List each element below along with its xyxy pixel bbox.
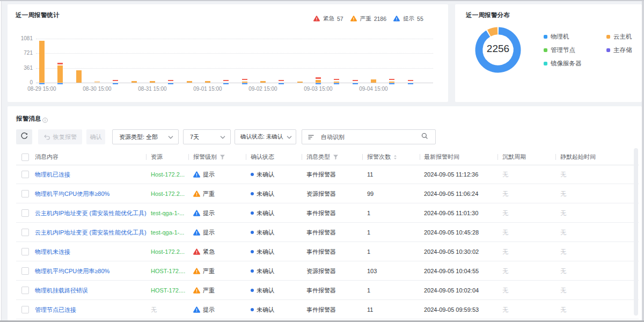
stats-legend-label: 提示 [403, 15, 414, 23]
row-checkbox[interactable] [21, 190, 29, 197]
cell-count: 99 [367, 184, 374, 203]
stats-legend-item[interactable]: 严重2186 [350, 15, 386, 23]
select-all-checkbox[interactable] [21, 153, 29, 161]
time-range-select[interactable]: 7天 [183, 129, 231, 144]
resource-link[interactable]: test-qga-1-... [151, 229, 184, 236]
resource-link[interactable]: Host-172.2... [151, 248, 185, 255]
column-separator [246, 154, 246, 160]
info-icon[interactable] [42, 115, 48, 125]
confirm-label: 确认 [90, 133, 102, 141]
cell-silence: 无 [502, 165, 508, 184]
filter-funnel-icon[interactable] [333, 154, 339, 160]
cell-status: 未确认 [251, 242, 274, 261]
x-axis-tick-label: 08-31 15:00 [131, 86, 174, 92]
message-link[interactable]: 物理机未连接 [35, 248, 70, 256]
column-separator [302, 154, 302, 160]
row-checkbox[interactable] [21, 209, 29, 217]
stats-legend-label: 紧急 [323, 15, 334, 23]
resource-link[interactable]: HOST-172.... [151, 268, 185, 274]
ack-status-select[interactable]: 确认状态: 未确认 [235, 129, 296, 144]
resource-type-select[interactable]: 资源类型: 全部 [112, 129, 179, 144]
donut-total-value: 2256 [474, 43, 522, 55]
column-header[interactable]: 消息类型 [306, 149, 339, 165]
bar-segment-urgent [389, 79, 394, 80]
alert-messages-card: 报警消息 恢复报警 确认 资源类型: 全部 7天 确认状态: 未确认 [8, 106, 642, 320]
sort-carets-icon[interactable] [393, 155, 397, 160]
cell-type: 事件报警器 [306, 281, 336, 300]
column-header[interactable]: 资源 [151, 149, 163, 165]
resource-link[interactable]: test-qga-1-... [151, 210, 184, 216]
column-header[interactable]: 报警次数 [367, 149, 397, 165]
distribution-legend-item[interactable]: 管理节点 [544, 46, 575, 54]
confirm-button[interactable]: 确认 [86, 129, 105, 144]
message-link[interactable]: 物理机已连接 [35, 171, 70, 179]
refresh-button[interactable] [16, 129, 32, 144]
stats-legend-item[interactable]: 提示55 [393, 15, 423, 23]
refresh-icon [20, 132, 28, 142]
stats-legend-value: 2186 [374, 16, 386, 22]
vertical-scrollbar[interactable] [634, 148, 638, 316]
resource-link[interactable]: Host-172.2... [151, 171, 185, 178]
distribution-legend-item[interactable]: 云主机 [606, 33, 632, 41]
column-header[interactable]: 确认状态 [251, 149, 274, 165]
restore-alert-label: 恢复报警 [53, 133, 77, 141]
message-link[interactable]: 物理机平均CPU使用率≥80% [35, 190, 109, 198]
bar-segment-info [168, 83, 173, 85]
distribution-legend-item[interactable]: 主存储 [606, 46, 632, 54]
message-link[interactable]: 云主机内IP地址变更 (需安装性能优化工具) [35, 229, 147, 237]
cell-level: 严重 [193, 281, 215, 300]
x-axis-tick-label: 09-02 15:00 [241, 86, 284, 92]
dist-card-title: 近一周报警分布 [466, 11, 510, 19]
status-text: 未确认 [257, 209, 274, 217]
cell-type: 事件报警器 [306, 203, 336, 223]
message-link[interactable]: 管理节点已连接 [35, 306, 76, 314]
table-row: 物理机平均CPU使用率≥80%HOST-172....严重未确认资源报警器103… [8, 261, 642, 281]
row-checkbox[interactable] [21, 248, 29, 255]
stats-legend-label: 严重 [360, 15, 371, 23]
distribution-legend-item[interactable]: 物理机 [544, 33, 569, 41]
alert-level-text: 严重 [203, 190, 215, 198]
column-header-label: 消息内容 [35, 153, 58, 161]
resource-link[interactable]: HOST-172.... [151, 287, 185, 294]
message-link[interactable]: 物理机挂载路径错误 [35, 287, 88, 295]
cell-count: 1 [367, 281, 370, 300]
x-axis-line [36, 83, 433, 83]
cell-time: 2024-09-05 10:30:02 [424, 242, 479, 261]
alert-level-info-icon [193, 229, 200, 236]
cell-silence: 无 [502, 203, 508, 223]
row-checkbox[interactable] [21, 267, 29, 275]
column-header[interactable]: 消息内容 [35, 149, 58, 165]
distribution-legend-item[interactable]: 镜像服务器 [544, 60, 582, 68]
column-separator [146, 154, 147, 160]
cell-silence: 无 [502, 281, 508, 300]
restore-alert-button[interactable]: 恢复报警 [38, 129, 82, 144]
cell-resource: Host-172.2... [151, 165, 185, 184]
filter-funnel-icon[interactable] [219, 154, 225, 160]
table-row: 物理机挂载路径错误HOST-172....严重未确认事件报警器12024-09-… [8, 281, 642, 300]
column-header[interactable]: 沉默周期 [502, 149, 526, 165]
weekly-alert-stats-card: 近一周报警统计 紧急57严重2186提示55 0361721108108-29 … [8, 4, 448, 102]
resource-link[interactable]: Host-172.2... [151, 191, 185, 197]
row-checkbox[interactable] [21, 287, 29, 294]
column-header[interactable]: 静默起始时间 [560, 149, 596, 165]
cell-count: 103 [367, 261, 377, 281]
cell-silence-start: 无 [560, 281, 566, 300]
cell-message: 物理机挂载路径错误 [35, 281, 88, 300]
column-header[interactable]: 最新报警时间 [424, 149, 459, 165]
cell-message: 物理机平均CPU使用率≥80% [35, 184, 109, 203]
column-separator [188, 154, 189, 160]
message-link[interactable]: 物理机平均CPU使用率≥80% [35, 267, 109, 275]
stats-legend-value: 55 [417, 16, 423, 22]
row-checkbox[interactable] [21, 171, 29, 178]
alert-level-warning-icon [193, 287, 200, 294]
table-row: 云主机内IP地址变更 (需安装性能优化工具)test-qga-1-...提示未确… [8, 203, 642, 223]
row-checkbox[interactable] [21, 229, 29, 236]
column-header[interactable]: 报警级别 [193, 149, 225, 165]
search-input[interactable]: 自动识别 [302, 129, 436, 144]
row-checkbox[interactable] [21, 306, 29, 313]
cell-time: 2024-09-05 10:02:04 [424, 281, 479, 300]
cell-silence: 无 [502, 223, 508, 242]
message-link[interactable]: 云主机内IP地址变更 (需安装性能优化工具) [35, 209, 147, 217]
unconfirmed-dot-icon [251, 308, 254, 311]
stats-legend-item[interactable]: 紧急57 [313, 15, 343, 23]
